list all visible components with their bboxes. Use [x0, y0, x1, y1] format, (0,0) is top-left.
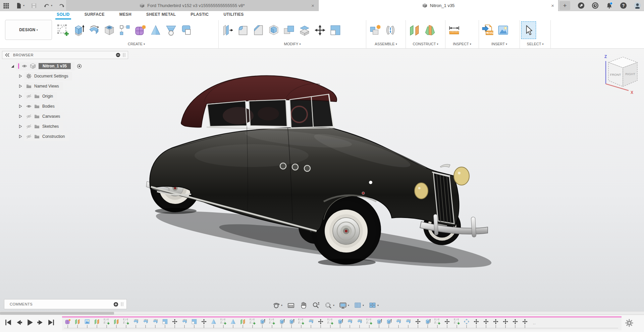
tool-create-sketch-button[interactable]: [55, 21, 71, 39]
browser-root-row[interactable]: Nitron_1 v35: [10, 61, 128, 71]
timeline-feature-extrude[interactable]: [337, 319, 343, 328]
tool-rectangular-pattern-button[interactable]: [117, 21, 132, 39]
timeline-feature-create-sketch[interactable]: [327, 319, 333, 328]
group-label-create[interactable]: CREATE▾: [54, 40, 218, 48]
tool-move-button[interactable]: [312, 21, 328, 39]
workspace-selector[interactable]: DESIGN ▾: [5, 20, 52, 40]
ribbon-tab-mesh[interactable]: MESH: [118, 12, 133, 19]
view-cube[interactable]: Z X FRONT RIGHT: [601, 53, 644, 95]
timeline-feature-move[interactable]: [318, 319, 324, 328]
display-settings-button[interactable]: ▾: [338, 301, 350, 310]
browser-header[interactable]: BROWSER: [2, 51, 128, 59]
timeline-feature-move[interactable]: [415, 319, 421, 328]
tool-form-button[interactable]: [132, 21, 148, 39]
job-status-button[interactable]: [591, 2, 599, 9]
timeline-feature-create-sketch[interactable]: [104, 319, 110, 328]
expand-arrow-icon[interactable]: [18, 125, 23, 128]
timeline-feature-revolve[interactable]: [143, 319, 149, 328]
group-label-construct[interactable]: CONSTRUCT▾: [406, 40, 445, 48]
timeline-feature-offset-plane[interactable]: [240, 319, 246, 328]
browser-item-label[interactable]: Canvases: [42, 114, 60, 119]
tool-press-pull-button[interactable]: [220, 21, 235, 39]
timeline-feature-move[interactable]: [493, 319, 499, 328]
expand-arrow-icon[interactable]: [18, 115, 23, 118]
modeling-viewport[interactable]: BROWSER Nitron_1 v35Document SettingsNam…: [0, 49, 644, 311]
timeline-feature-extrude[interactable]: [425, 319, 431, 328]
expand-arrow-icon[interactable]: [18, 95, 23, 98]
browser-item-construction[interactable]: Construction: [18, 131, 128, 142]
timeline-feature-create-sketch[interactable]: [366, 319, 372, 328]
timeline-feature-move[interactable]: [502, 319, 508, 328]
timeline-feature-move[interactable]: [201, 319, 207, 328]
timeline-feature-loft[interactable]: [230, 319, 236, 328]
timeline-feature-extrude[interactable]: [376, 319, 382, 328]
tool-combine-button[interactable]: [281, 21, 297, 39]
collapse-panel-icon[interactable]: [5, 53, 10, 57]
group-label-insert[interactable]: INSERT▾: [479, 40, 520, 48]
tool-chamfer-button[interactable]: [251, 21, 266, 39]
browser-item-label[interactable]: Origin: [42, 94, 53, 99]
save-button[interactable]: [30, 2, 38, 10]
timeline-feature-create-sketch[interactable]: [298, 319, 304, 328]
tool-canvas-button[interactable]: [495, 21, 511, 39]
go-to-start-button[interactable]: [4, 318, 12, 327]
timeline-feature-move[interactable]: [522, 319, 528, 328]
timeline-feature-split-body[interactable]: [162, 319, 168, 328]
visibility-toggle-icon[interactable]: [26, 124, 32, 129]
browser-item-label[interactable]: Document Settings: [34, 74, 68, 78]
timeline-feature-offset-plane[interactable]: [113, 319, 119, 328]
expand-arrow-icon[interactable]: [18, 74, 23, 78]
tool-hole-button[interactable]: [102, 21, 117, 39]
viewports-button[interactable]: ▾: [368, 301, 379, 310]
timeline-feature-extrude[interactable]: [279, 319, 285, 328]
timeline-feature-move[interactable]: [483, 319, 489, 328]
group-label-modify[interactable]: MODIFY▾: [219, 40, 366, 48]
ribbon-tab-solid[interactable]: SOLID: [55, 12, 71, 19]
timeline-feature-create-sketch[interactable]: [434, 319, 440, 328]
right-face-label[interactable]: RIGHT: [625, 72, 635, 76]
browser-item-label[interactable]: Named Views: [34, 84, 59, 89]
timeline-feature-extrude[interactable]: [259, 319, 265, 328]
tool-offset-plane-button[interactable]: [407, 21, 422, 39]
timeline-feature-canvas[interactable]: [84, 319, 90, 328]
tool-joint-button[interactable]: [383, 21, 398, 39]
step-back-button[interactable]: [15, 318, 23, 327]
timeline-feature-revolve[interactable]: [308, 319, 314, 328]
file-button[interactable]: ▾: [15, 2, 25, 10]
tool-insert-svg-button[interactable]: SVG: [480, 21, 495, 39]
timeline-feature-loft[interactable]: [211, 319, 217, 328]
expand-arrow-icon[interactable]: [18, 105, 23, 108]
ribbon-tab-plastic[interactable]: PLASTIC: [189, 12, 210, 19]
timeline-feature-offset-plane[interactable]: [74, 319, 80, 328]
comments-resize-grip[interactable]: [121, 302, 123, 306]
tool-fillet-button[interactable]: [235, 21, 251, 39]
timeline-feature-split-body[interactable]: [191, 319, 197, 328]
app-grid-button[interactable]: [2, 2, 10, 10]
timeline-feature-form[interactable]: [65, 319, 71, 328]
timeline-feature-revolve[interactable]: [133, 319, 139, 328]
ribbon-tab-surface[interactable]: SURFACE: [83, 12, 106, 19]
timeline-feature-revolve[interactable]: [152, 319, 158, 328]
fit-button[interactable]: ▾: [324, 301, 335, 310]
step-forward-button[interactable]: [36, 318, 45, 327]
help-button[interactable]: ?: [620, 2, 627, 9]
car-model-render[interactable]: [141, 70, 510, 278]
account-button[interactable]: [634, 2, 641, 9]
grid-snaps-button[interactable]: ▾: [353, 301, 365, 310]
add-comment-icon[interactable]: [113, 302, 118, 307]
browser-item-document-settings[interactable]: Document Settings: [18, 71, 128, 81]
browser-item-label[interactable]: Bodies: [42, 104, 55, 109]
ribbon-tab-sheet-metal[interactable]: SHEET METAL: [145, 12, 177, 19]
browser-item-sketches[interactable]: Sketches: [18, 121, 128, 131]
panel-resize-grip[interactable]: [123, 53, 125, 57]
group-label-assemble[interactable]: ASSEMBLE▾: [366, 40, 406, 48]
document-tab-1[interactable]: Ford Thunderbird v152 v3 v15555555555555…: [66, 0, 319, 11]
tool-offset-face-button[interactable]: [297, 21, 312, 39]
timeline-feature-move[interactable]: [473, 319, 479, 328]
timeline-feature-extrude[interactable]: [386, 319, 392, 328]
timeline-feature-create-sketch[interactable]: [269, 319, 275, 328]
browser-item-label[interactable]: Construction: [42, 134, 65, 139]
browser-item-named-views[interactable]: Named Views: [18, 81, 128, 91]
tool-revolve-button[interactable]: [86, 21, 102, 39]
browser-item-canvases[interactable]: Canvases: [18, 111, 128, 121]
